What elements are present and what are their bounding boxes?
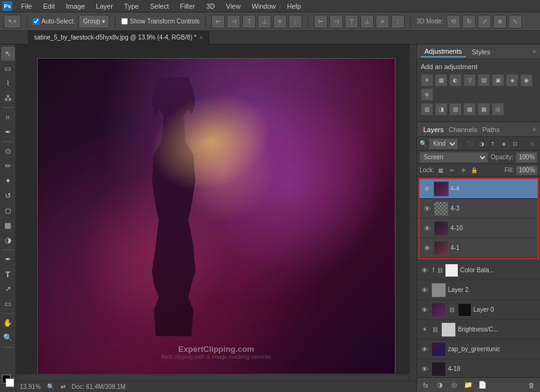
move-tool-btn[interactable]: ↖+ — [4, 15, 21, 28]
adj-vibrance-icon[interactable]: ▤ — [478, 74, 490, 86]
layer-item[interactable]: 👁 4-4 — [420, 179, 538, 199]
layer-item[interactable]: 👁 4-10 — [420, 219, 538, 238]
lock-all-icon[interactable]: 🔒 — [470, 165, 479, 175]
filter-adjust-icon[interactable]: ◑ — [477, 139, 487, 149]
crop-tool[interactable]: ⌗ — [1, 111, 15, 124]
adj-exposure-icon[interactable]: ▽ — [463, 74, 476, 86]
menu-layer[interactable]: Layer — [93, 2, 116, 10]
layers-tab[interactable]: Layers — [421, 125, 446, 135]
paths-tab[interactable]: Paths — [480, 125, 502, 135]
layer-visibility-eye[interactable]: ☀ — [420, 325, 429, 335]
align-bottom-btn[interactable]: ⊥ — [258, 15, 271, 28]
path-select-tool[interactable]: ↗ — [1, 282, 15, 296]
menu-edit[interactable]: Edit — [41, 2, 57, 10]
menu-file[interactable]: File — [19, 2, 35, 10]
layer-visibility-eye[interactable]: 👁 — [420, 344, 429, 354]
zoom-tool[interactable]: 🔍 — [1, 331, 15, 344]
magic-wand-tool[interactable]: ⁂ — [1, 91, 15, 105]
3d-btn5[interactable]: ⤡ — [508, 15, 522, 28]
menu-image[interactable]: Image — [64, 2, 88, 10]
lock-pixels-icon[interactable]: ✏ — [447, 165, 457, 175]
adj-threshold-icon[interactable]: ▩ — [463, 103, 476, 115]
adj-channel-icon[interactable]: ▧ — [421, 103, 433, 115]
hand-tool[interactable]: ✋ — [1, 316, 15, 330]
adj-bw-icon[interactable]: ◉ — [520, 74, 533, 86]
layer-visibility-eye[interactable]: 👁 — [420, 305, 429, 315]
adj-posterize-icon[interactable]: ▨ — [449, 103, 462, 115]
3d-btn1[interactable]: ⟲ — [447, 15, 460, 28]
adj-levels-icon[interactable]: ▦ — [435, 74, 447, 86]
blend-mode-select[interactable]: Screen — [420, 152, 488, 163]
adjustments-tab[interactable]: Adjustments — [421, 46, 466, 57]
adj-selective-icon[interactable]: ◎ — [492, 103, 504, 115]
vertical-scrollbar[interactable] — [409, 44, 416, 381]
new-layer-btn[interactable]: 📄 — [476, 380, 489, 391]
filter-type-select[interactable]: Kind — [429, 138, 458, 149]
adj-curves-icon[interactable]: ◐ — [449, 74, 462, 86]
layers-options-btn[interactable]: ≡ — [533, 126, 536, 133]
layer-item[interactable]: 👁 4-1 — [420, 238, 538, 258]
delete-layer-btn[interactable]: 🗑 — [525, 380, 538, 391]
clone-tool[interactable]: ✦ — [1, 174, 15, 188]
menu-3d[interactable]: 3D — [204, 2, 217, 10]
add-style-btn[interactable]: fx — [420, 380, 432, 391]
filter-toggle-icon[interactable]: ○ — [528, 139, 538, 149]
menu-type[interactable]: Type — [122, 2, 141, 10]
opacity-input[interactable] — [516, 152, 538, 163]
menu-filter[interactable]: Filter — [177, 2, 197, 10]
document-tab[interactable]: satine_5_by_faestock-d5hyx8v.jpg @ 13.9%… — [28, 31, 209, 44]
lasso-tool[interactable]: ⌇ — [1, 77, 15, 90]
move-tool[interactable]: ↖ — [1, 47, 15, 60]
lock-position-icon[interactable]: ✛ — [458, 165, 468, 175]
align-center-btn[interactable]: ⊣ — [227, 15, 240, 28]
eyedropper-tool[interactable]: ✒ — [1, 125, 15, 139]
panel-options-btn[interactable]: ≡ — [533, 48, 536, 55]
3d-btn4[interactable]: ⊕ — [493, 15, 507, 28]
filter-pixel-icon[interactable]: ⬛ — [466, 139, 476, 149]
layer-list[interactable]: 👁 4-4 👁 4-3 👁 4-10 — [417, 177, 540, 377]
layer-item[interactable]: 👁 4-3 — [420, 199, 538, 219]
menu-view[interactable]: View — [224, 2, 243, 10]
spot-heal-tool[interactable]: ⊙ — [1, 144, 15, 158]
filter-smart-icon[interactable]: ⊡ — [510, 139, 520, 149]
fill-input[interactable] — [516, 165, 538, 175]
styles-tab[interactable]: Styles — [468, 47, 494, 57]
fg-bg-colors[interactable] — [2, 375, 14, 387]
brush-tool[interactable]: ✏ — [1, 159, 15, 173]
align-h-btn[interactable]: ≡ — [273, 15, 287, 28]
new-adjustment-btn[interactable]: ◎ — [448, 380, 460, 391]
adj-invert-icon[interactable]: ◨ — [435, 103, 447, 115]
dist4-btn[interactable]: ⊥ — [360, 15, 374, 28]
align-top-btn[interactable]: ⊤ — [242, 15, 256, 28]
layer-visibility-eye[interactable]: 👁 — [422, 204, 432, 214]
dist6-btn[interactable]: ⋮ — [391, 15, 405, 28]
menu-select[interactable]: Select — [148, 2, 172, 10]
layer-item[interactable]: ☀ ⛓ Brightness/C... — [417, 320, 540, 340]
menu-help[interactable]: Help — [285, 2, 304, 10]
group-dropdown[interactable]: Group ▾ — [78, 15, 109, 28]
add-mask-btn[interactable]: ◑ — [434, 380, 446, 391]
transform-checkbox[interactable]: Show Transform Controls — [121, 18, 200, 25]
gradient-tool[interactable]: ▦ — [1, 219, 15, 232]
layer-visibility-eye[interactable]: 👁 — [422, 243, 432, 253]
align-left-btn[interactable]: ⊢ — [211, 15, 225, 28]
lock-transparent-icon[interactable]: ▦ — [436, 165, 446, 175]
filter-vector-icon[interactable]: ◈ — [499, 139, 509, 149]
layer-visibility-eye[interactable]: 👁 — [420, 285, 429, 295]
dodge-tool[interactable]: ◑ — [1, 233, 15, 247]
auto-select-checkbox[interactable]: Auto-Select: — [33, 18, 75, 25]
dist3-btn[interactable]: ⊤ — [345, 15, 358, 28]
3d-btn3[interactable]: ⤢ — [478, 15, 491, 28]
layer-visibility-eye[interactable]: 👁 — [422, 223, 432, 233]
dist5-btn[interactable]: ≡ — [376, 15, 389, 28]
layer-visibility-eye[interactable]: 👁 — [422, 184, 432, 194]
dist1-btn[interactable]: ⊢ — [314, 15, 327, 28]
adj-photo-icon[interactable]: ⊕ — [421, 88, 433, 101]
layer-item[interactable]: 👁 ⛓ Layer 0 — [417, 300, 540, 320]
dist2-btn[interactable]: ⊣ — [329, 15, 343, 28]
filter-type-icon[interactable]: T — [488, 139, 498, 149]
adj-gradient-icon[interactable]: ▦ — [478, 103, 490, 115]
pen-tool[interactable]: ✒ — [1, 252, 15, 266]
layer-visibility-eye[interactable]: 👁 — [420, 265, 429, 275]
menu-window[interactable]: Window — [249, 2, 278, 10]
